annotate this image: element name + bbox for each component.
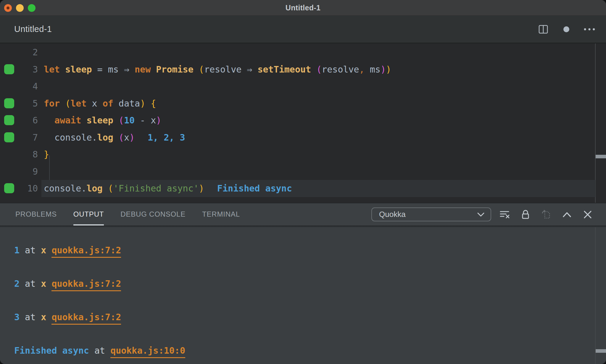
code-line-9[interactable]: 9 bbox=[0, 163, 606, 180]
code-token: let bbox=[44, 64, 65, 75]
code-token: let bbox=[70, 98, 86, 109]
close-panel-icon[interactable] bbox=[582, 209, 594, 220]
code-token: x bbox=[151, 115, 156, 125]
code-text: console.log ('Finished async')Finished a… bbox=[44, 180, 292, 197]
chevron-down-icon bbox=[477, 210, 485, 219]
code-text: for (let x of data) { bbox=[44, 95, 156, 112]
output-scrollbar-track bbox=[595, 227, 596, 364]
code-token: new bbox=[135, 64, 156, 75]
output-text: x bbox=[41, 312, 46, 322]
code-token: ( bbox=[108, 183, 113, 194]
code-line-5[interactable]: 5for (let x of data) { bbox=[0, 95, 606, 112]
code-line-2[interactable]: 2 bbox=[0, 44, 606, 61]
code-token: ) bbox=[199, 183, 204, 194]
output-text bbox=[46, 245, 51, 255]
source-location-link[interactable]: quokka.js:7:2 bbox=[51, 278, 121, 291]
code-line-3[interactable]: 3let sleep = ms ⇒ new Promise (resolve ⇒… bbox=[0, 61, 606, 78]
code-token: ) bbox=[381, 64, 386, 75]
panel-tab-output[interactable]: OUTPUT bbox=[73, 203, 104, 226]
modified-dot-icon[interactable] bbox=[560, 23, 572, 35]
output-line: Finished async at quokka.js:10:0 bbox=[14, 345, 606, 357]
code-token: console bbox=[54, 132, 92, 143]
output-channel-value: Quokka bbox=[379, 210, 406, 219]
code-token: , bbox=[359, 64, 370, 75]
code-text: let sleep = ms ⇒ new Promise (resolve ⇒ … bbox=[44, 61, 391, 78]
code-token: ) bbox=[140, 98, 145, 109]
quokka-inline-value: Finished async bbox=[217, 183, 292, 194]
output-scrollbar-thumb[interactable] bbox=[596, 349, 606, 353]
code-token: } bbox=[44, 149, 49, 160]
code-token: ( bbox=[65, 98, 70, 109]
clear-output-icon[interactable] bbox=[499, 209, 511, 220]
panel-tabs: PROBLEMSOUTPUTDEBUG CONSOLETERMINAL bbox=[0, 203, 240, 226]
output-text: 2 bbox=[14, 278, 20, 289]
panel-tab-problems[interactable]: PROBLEMS bbox=[15, 203, 57, 226]
source-location-link[interactable]: quokka.js:10:0 bbox=[110, 345, 185, 358]
output-text: 3 bbox=[14, 312, 20, 322]
code-token: = bbox=[92, 64, 108, 75]
line-number: 5 bbox=[0, 95, 38, 112]
source-location-link[interactable]: quokka.js:7:2 bbox=[51, 245, 121, 258]
code-token: data bbox=[113, 98, 140, 109]
code-token: ( bbox=[316, 64, 322, 75]
more-actions-icon[interactable] bbox=[584, 23, 595, 35]
output-text: at bbox=[20, 245, 41, 255]
code-token: ms bbox=[108, 64, 119, 75]
line-number: 7 bbox=[0, 129, 38, 146]
code-token: for bbox=[44, 98, 65, 109]
editor-tabbar: Untitled-1 bbox=[0, 16, 606, 44]
panel-tab-terminal[interactable]: TERMINAL bbox=[202, 203, 240, 226]
code-editor[interactable]: 23let sleep = ms ⇒ new Promise (resolve … bbox=[0, 44, 606, 203]
code-token: console bbox=[44, 183, 81, 194]
output-text: 1 bbox=[14, 245, 20, 255]
code-token: ( bbox=[199, 64, 204, 75]
titlebar: Untitled-1 bbox=[0, 0, 606, 16]
code-line-10[interactable]: 10console.log ('Finished async')Finished… bbox=[0, 180, 606, 197]
line-number: 4 bbox=[0, 78, 38, 95]
code-token: x bbox=[87, 98, 103, 109]
code-token: ) bbox=[156, 115, 161, 125]
panel-tab-debug-console[interactable]: DEBUG CONSOLE bbox=[120, 203, 186, 226]
code-token: await bbox=[54, 115, 86, 125]
output-text: at bbox=[20, 312, 41, 322]
code-text: await sleep (10 - x) bbox=[44, 112, 161, 129]
code-token: resolve bbox=[322, 64, 359, 75]
code-token: ⇒ bbox=[241, 64, 257, 75]
output-text bbox=[46, 278, 51, 289]
line-number: 3 bbox=[0, 61, 38, 78]
output-text: x bbox=[41, 245, 46, 255]
output-pane[interactable]: 1 at x quokka.js:7:22 at x quokka.js:7:2… bbox=[0, 227, 606, 364]
code-token: ) bbox=[129, 132, 135, 143]
output-line: 1 at x quokka.js:7:2 bbox=[14, 244, 606, 256]
code-line-7[interactable]: 7console.log (x)1, 2, 3 bbox=[0, 129, 606, 146]
source-location-link[interactable]: quokka.js:7:2 bbox=[51, 312, 121, 325]
maximize-panel-icon[interactable] bbox=[561, 209, 573, 220]
code-token: - bbox=[135, 115, 151, 125]
code-token: ( bbox=[119, 115, 124, 125]
panel-controls: Quokka bbox=[371, 203, 594, 226]
code-token: resolve bbox=[204, 64, 241, 75]
output-line: 2 at x quokka.js:7:2 bbox=[14, 278, 606, 290]
code-line-8[interactable]: 8} bbox=[0, 146, 606, 163]
quokka-inline-value: 1, 2, 3 bbox=[148, 132, 185, 143]
code-token: 10 bbox=[124, 115, 135, 125]
code-token: log bbox=[97, 132, 119, 143]
code-token: log bbox=[87, 183, 108, 194]
code-line-6[interactable]: 6await sleep (10 - x) bbox=[0, 112, 606, 129]
code-token: Promise bbox=[156, 64, 199, 75]
output-channel-select[interactable]: Quokka bbox=[371, 207, 491, 221]
code-token: ms bbox=[370, 64, 381, 75]
code-line-4[interactable]: 4 bbox=[0, 78, 606, 95]
line-number: 8 bbox=[0, 146, 38, 163]
split-editor-icon[interactable] bbox=[537, 23, 549, 35]
code-token: ) bbox=[386, 64, 391, 75]
output-text: x bbox=[41, 278, 46, 289]
code-token: . bbox=[92, 132, 97, 143]
vscode-window: Untitled-1 Untitled-1 23let sleep = ms ⇒… bbox=[0, 0, 606, 364]
output-text bbox=[46, 312, 51, 322]
editor-actions bbox=[537, 16, 595, 43]
tab-untitled-1[interactable]: Untitled-1 bbox=[14, 24, 52, 34]
lock-scroll-icon[interactable] bbox=[520, 209, 531, 220]
line-number: 2 bbox=[0, 44, 38, 61]
code-token: ( bbox=[119, 132, 124, 143]
